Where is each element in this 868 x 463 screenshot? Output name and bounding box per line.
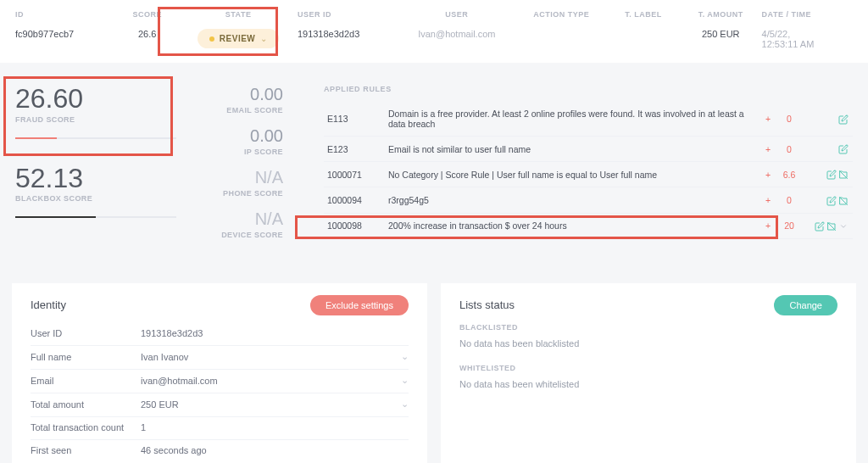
rule-points: 0 [776,187,802,213]
blackbox-score-label: BLACKBOX SCORE [15,194,176,203]
rule-code: 1000098 [324,213,385,238]
cell-tlabel [607,29,680,49]
identity-key: Total amount [31,399,141,410]
identity-row: First seen46 seconds ago [31,440,409,462]
exclude-settings-button[interactable]: Exclude settings [310,295,409,315]
whitelisted-empty: No data has been whitelisted [459,379,837,389]
col-action: ACTION TYPE [516,10,607,29]
rule-code: E113 [324,102,385,137]
chevron-down-icon[interactable] [837,220,849,231]
blackbox-score-bar [15,216,96,218]
fraud-score-bar [15,137,57,139]
rule-desc: r3rgg54g5 [385,187,760,213]
identity-value: ivan@hotmail.com [141,376,401,386]
cell-action [516,29,607,49]
col-id: ID [15,10,115,29]
rule-code: 1000094 [324,187,385,213]
rule-row: E123Email is not similar to user full na… [324,137,853,162]
rule-desc: Domain is a free provider. At least 2 on… [385,102,760,137]
edit-rule-icon[interactable] [837,113,849,124]
applied-rules-title: APPLIED RULES [324,85,853,93]
rule-plus: + [760,102,776,137]
col-state: STATE [179,10,298,29]
whitelisted-heading: WHITELISTED [459,364,837,372]
change-lists-button[interactable]: Change [774,295,837,315]
col-user: USER [398,10,516,29]
disable-rule-icon[interactable] [826,220,837,232]
lists-status-card: Lists status Change BLACKLISTED No data … [441,283,856,463]
rule-plus: + [760,137,776,162]
rule-points: 0 [776,137,802,162]
disable-rule-icon[interactable] [837,194,849,205]
rule-code: 1000071 [324,162,385,187]
ip-score-block: 0.00 IP SCORE [197,126,283,156]
rule-row: E113Domain is a free provider. At least … [324,102,853,137]
blacklisted-empty: No data has been blacklisted [459,338,837,349]
blackbox-score-block: 52.13 BLACKBOX SCORE [15,165,176,219]
identity-row: Emailivan@hotmail.com⌄ [31,370,409,393]
rule-points: 20 [776,213,802,238]
state-label: REVIEW [220,34,255,43]
identity-card: Identity Exclude settings User ID191318e… [12,283,427,463]
rule-row: 1000094r3rgg54g5+0 [324,187,853,213]
fraud-score-label: FRAUD SCORE [15,115,176,124]
identity-key: Email [31,376,141,386]
blackbox-score-value: 52.13 [15,165,176,193]
rule-desc: No Category | Score Rule | User full nam… [385,162,760,187]
cell-time: 12:53:11 AM [762,39,853,49]
rule-plus: + [760,187,776,213]
identity-value: 250 EUR [141,399,401,410]
rule-row: 1000098200% increase in transaction $ ov… [324,213,853,238]
edit-rule-icon[interactable] [814,220,826,232]
transaction-header: ID SCORE STATE USER ID USER ACTION TYPE … [0,0,868,63]
identity-value: 46 seconds ago [141,445,409,455]
cell-user: Ivan@hotmail.com [398,29,516,49]
identity-key: Full name [31,352,141,362]
cell-date: 4/5/22, [762,29,853,39]
rule-row: 1000071No Category | Score Rule | User f… [324,162,853,187]
identity-row: User ID191318e3d2d3 [31,323,409,346]
chevron-down-icon[interactable]: ⌄ [401,375,409,386]
transaction-row: fc90b977ecb7 26.6 REVIEW ⌄ 191318e3d2d3 … [15,29,853,49]
applied-rules-table: E113Domain is a free provider. At least … [324,102,853,239]
identity-value: 191318e3d2d3 [141,328,409,338]
chevron-down-icon: ⌄ [260,34,267,43]
edit-rule-icon[interactable] [826,194,837,205]
edit-rule-icon[interactable] [837,143,849,154]
cell-tamount: 250 EUR [680,29,762,49]
identity-key: First seen [31,445,141,455]
identity-value: Ivan Ivanov [141,352,401,362]
rule-code: E123 [324,137,385,162]
disable-rule-icon[interactable] [837,169,849,180]
phone-score-block: N/A PHONE SCORE [197,168,283,198]
identity-value: 1 [141,422,409,432]
cell-id: fc90b977ecb7 [15,29,115,49]
col-tlabel: T. LABEL [607,10,680,29]
fraud-score-block: 26.60 FRAUD SCORE [15,85,176,139]
blacklisted-heading: BLACKLISTED [459,323,837,332]
edit-rule-icon[interactable] [826,169,837,180]
cell-score: 26.6 [115,29,179,49]
state-dot-icon [209,36,214,42]
email-score-block: 0.00 EMAIL SCORE [197,85,283,114]
fraud-score-value: 26.60 [15,85,176,114]
identity-row: Full nameIvan Ivanov⌄ [31,346,409,370]
rule-points: 6.6 [776,162,802,187]
cell-userid: 191318e3d2d3 [298,29,398,49]
col-userid: USER ID [298,10,398,29]
col-score: SCORE [115,10,179,29]
chevron-down-icon[interactable]: ⌄ [401,399,409,410]
state-dropdown[interactable]: REVIEW ⌄ [198,29,279,48]
col-tamount: T. AMOUNT [680,10,762,29]
rule-desc: Email is not similar to user full name [385,137,760,162]
identity-key: User ID [31,328,141,338]
device-score-block: N/A DEVICE SCORE [197,209,283,239]
chevron-down-icon[interactable]: ⌄ [401,351,409,362]
col-datetime: DATE / TIME [762,10,853,29]
rule-plus: + [760,162,776,187]
identity-row: Total transaction count1 [31,417,409,440]
rule-points: 0 [776,102,802,137]
rule-plus: + [760,213,776,238]
rule-desc: 200% increase in transaction $ over 24 h… [385,213,760,238]
identity-row: Total amount250 EUR⌄ [31,393,409,417]
